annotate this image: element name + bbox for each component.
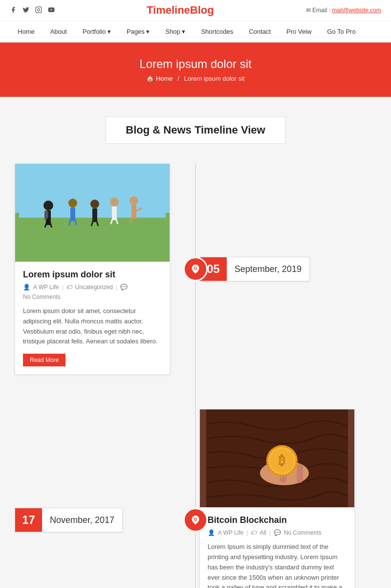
svg-rect-0: [36, 7, 42, 13]
read-more-btn-1[interactable]: Read More: [23, 354, 65, 366]
email-link[interactable]: mail@website.com: [332, 7, 381, 14]
svg-point-10: [68, 199, 77, 207]
date-wrap-1: 05 September, 2019: [185, 257, 355, 281]
svg-text:₿: ₿: [279, 453, 285, 468]
site-title: TimelineBlog: [147, 4, 214, 17]
breadcrumb-home[interactable]: Home: [156, 75, 173, 82]
article-body-2: Bitcoin Blockchain 👤 A WP Life | 🏷 All |…: [200, 507, 354, 588]
nav-home[interactable]: Home: [10, 21, 43, 42]
nav-pages[interactable]: Pages ▾: [119, 21, 157, 42]
svg-point-5: [43, 201, 53, 210]
article-meta-2: 👤 A WP Life | 🏷 All | 💬 No Comments: [208, 529, 347, 536]
date-wrap-2: 17 November, 2017: [15, 508, 185, 532]
pin-icon-1: [183, 257, 208, 281]
article-body-1: Lorem ipsum dolor sit 👤 A WP Life | 🏷 Un…: [15, 262, 170, 374]
article-image-bitcoin: ₿: [200, 409, 354, 507]
article-title-1: Lorem ipsum dolor sit: [23, 270, 162, 280]
twitter-icon[interactable]: [22, 6, 29, 15]
breadcrumb: 🏠 Home / Lorem ipsum dolor sit: [10, 75, 381, 82]
social-icons: [10, 6, 55, 15]
nav-go-to-pro[interactable]: Go To Pro: [319, 21, 363, 42]
timeline-node-2: [183, 508, 208, 532]
meta-author-icon-1: 👤: [23, 284, 30, 291]
email-label: Email :: [312, 7, 330, 14]
main-content: Blog & News Timeline View: [0, 97, 391, 588]
timeline-container: Lorem ipsum dolor sit 👤 A WP Life | 🏷 Un…: [15, 163, 376, 588]
instagram-icon[interactable]: [35, 6, 42, 15]
meta-author-2: A WP Life: [218, 529, 243, 536]
svg-point-18: [110, 198, 119, 206]
pin-icon-2: [183, 508, 208, 532]
nav-pro-view[interactable]: Pro Veiw: [279, 21, 319, 42]
svg-point-14: [90, 200, 99, 208]
hero-banner: Lorem ipsum dolor sit 🏠 Home / Lorem ips…: [0, 43, 391, 97]
breadcrumb-separator: /: [177, 75, 179, 82]
nav-contact[interactable]: Contact: [241, 21, 279, 42]
meta-category-2: All: [260, 529, 266, 536]
hero-title: Lorem ipsum dolor sit: [10, 57, 381, 71]
email-info: ✉ Email : mail@website.com: [306, 7, 381, 14]
article-card-wrap-2: ₿ Bitcoin Blockchain 👤 A WP Life | 🏷 A: [185, 409, 355, 588]
meta-category-1: Uncategorized: [75, 284, 113, 291]
article-card-wrap-1: Lorem ipsum dolor sit 👤 A WP Life | 🏷 Un…: [15, 163, 185, 375]
article-card-1: Lorem ipsum dolor sit 👤 A WP Life | 🏷 Un…: [15, 163, 170, 375]
section-title-wrap: Blog & News Timeline View: [15, 116, 376, 144]
article-card-2: ₿ Bitcoin Blockchain 👤 A WP Life | 🏷 A: [199, 409, 355, 588]
date-day-2: 17: [15, 508, 42, 532]
meta-cat-icon-2: 🏷: [251, 529, 257, 536]
svg-point-22: [130, 196, 138, 205]
date-month-year-1: September, 2019: [227, 259, 309, 279]
svg-point-27: [195, 518, 197, 520]
article-title-2: Bitcoin Blockchain: [208, 515, 347, 525]
meta-comments-2: No Comments: [284, 529, 322, 536]
svg-point-26: [195, 267, 197, 270]
section-title: Blog & News Timeline View: [106, 116, 285, 144]
date-badge-1: 05 September, 2019: [199, 257, 310, 281]
meta-cat-icon-1: 🏷: [66, 284, 72, 291]
breadcrumb-current: Lorem ipsum dolor sit: [184, 75, 244, 82]
article-excerpt-1: Lorem ipsum dolor sit amet, consectetur …: [23, 306, 162, 347]
youtube-icon[interactable]: [48, 6, 55, 15]
facebook-icon[interactable]: [10, 6, 17, 15]
nav-portfolio[interactable]: Portfolio ▾: [75, 21, 119, 42]
nav-shop[interactable]: Shop ▾: [157, 21, 193, 42]
main-nav: Home About Portfolio ▾ Pages ▾ Shop ▾ Sh…: [0, 21, 391, 43]
article-excerpt-2: Lorem Ipsum is simply dummied text of th…: [208, 542, 347, 588]
title-part1: Timeline: [147, 4, 190, 16]
meta-author-icon-2: 👤: [208, 529, 215, 536]
meta-comments-icon-1: 💬: [120, 284, 128, 291]
meta-comments-icon-2: 💬: [274, 529, 281, 536]
meta-author-1: A WP Life: [33, 284, 59, 291]
article-meta-1: 👤 A WP Life | 🏷 Uncategorized | 💬 No Com…: [23, 284, 162, 300]
nav-about[interactable]: About: [43, 21, 75, 42]
article-image-hiking: [15, 164, 170, 262]
meta-comments-1: No Comments: [23, 294, 61, 300]
title-part2: Blog: [190, 4, 214, 16]
nav-shortcodes[interactable]: Shortcodes: [193, 21, 241, 42]
svg-rect-33: [297, 464, 303, 483]
top-bar: TimelineBlog ✉ Email : mail@website.com: [0, 0, 391, 21]
timeline-node-1: [183, 257, 208, 281]
date-month-year-2: November, 2017: [42, 510, 122, 530]
date-badge-2: 17 November, 2017: [15, 508, 123, 532]
home-icon: 🏠: [146, 75, 154, 82]
